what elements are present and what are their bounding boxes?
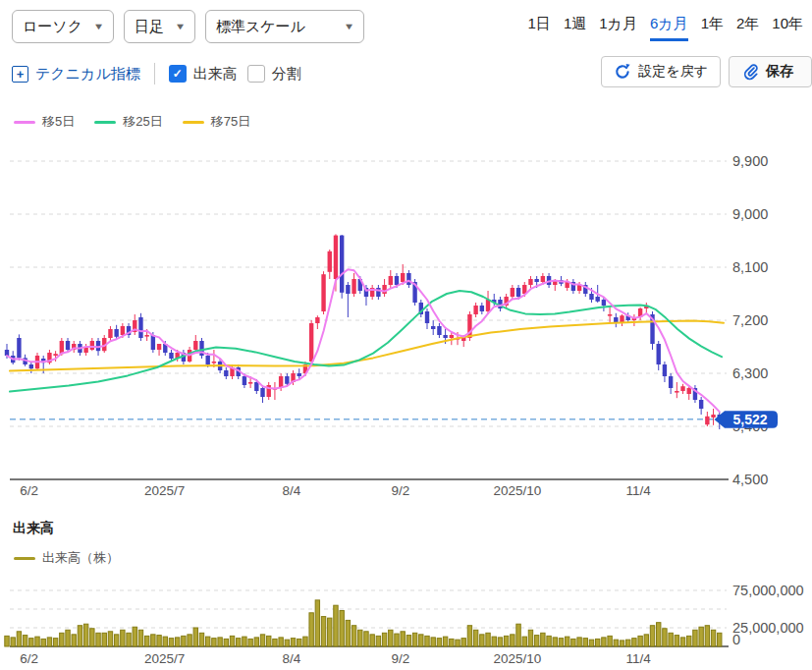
volume-bar <box>412 633 416 646</box>
tab-period-1年[interactable]: 1年 <box>701 15 724 41</box>
tab-period-1カ月[interactable]: 1カ月 <box>599 15 637 41</box>
volume-bar <box>395 634 399 646</box>
divider <box>154 63 155 84</box>
volume-bar <box>90 629 94 646</box>
volume-bar <box>456 640 460 646</box>
candle-body <box>450 335 454 338</box>
candle-body <box>534 279 538 282</box>
volume-bar <box>47 638 51 646</box>
candle-body <box>473 306 477 314</box>
tab-period-1日[interactable]: 1日 <box>528 15 551 41</box>
x-tick-label: 2025/7 <box>144 651 185 666</box>
tab-period-2年[interactable]: 2年 <box>736 15 759 41</box>
candle-body <box>602 300 606 306</box>
reset-settings-button[interactable]: 設定を戻す <box>601 56 721 87</box>
candle-body <box>657 344 661 364</box>
paperclip-icon <box>741 63 759 81</box>
candle-series <box>5 234 722 429</box>
volume-bar <box>473 630 477 646</box>
volume-bar <box>205 637 209 646</box>
y-tick-label: 9,000 <box>732 206 768 222</box>
technical-indicator-button[interactable]: + テクニカル指標 <box>12 65 140 84</box>
checkbox-checked-icon: ✓ <box>169 65 187 83</box>
volume-bar <box>35 637 39 646</box>
volume-bar <box>66 630 70 646</box>
volume-legend-dash <box>14 557 35 560</box>
candle-body <box>254 382 258 391</box>
volume-bar <box>498 638 502 646</box>
volume-bar <box>602 638 606 646</box>
candle-body <box>382 285 386 294</box>
candle-body <box>480 306 484 311</box>
ma25-line <box>10 291 722 392</box>
y-tick-label: 6,300 <box>732 365 768 381</box>
volume-bar <box>175 638 179 646</box>
candle-body <box>528 279 532 285</box>
volume-bar <box>358 630 362 646</box>
x-tick-label: 8/4 <box>282 483 300 498</box>
candle-body <box>151 335 155 350</box>
save-button[interactable]: 保存 <box>729 56 812 87</box>
x-tick-label: 2025/10 <box>493 651 541 666</box>
y-tick-label: 4,500 <box>732 472 768 487</box>
volume-bar <box>364 632 368 646</box>
y-tick-label: 25,000,000 <box>732 620 804 636</box>
legend-dash-icon <box>94 121 116 124</box>
volume-bar <box>248 639 252 646</box>
volume-bar <box>267 636 271 646</box>
volume-bar <box>78 626 81 646</box>
legend-dash-icon <box>14 121 35 124</box>
volume-checkbox-label: 出来高 <box>193 65 238 84</box>
volume-bar <box>121 630 125 646</box>
volume-bar <box>541 633 545 646</box>
candle-body <box>406 273 410 285</box>
candle-body <box>705 417 709 424</box>
save-label: 保存 <box>766 63 793 81</box>
candle-body <box>511 288 514 297</box>
volume-bar <box>182 636 186 646</box>
candle-body <box>114 329 118 337</box>
volume-bar <box>193 628 197 646</box>
x-axis-labels: 6/22025/78/49/22025/1011/4 <box>20 651 651 666</box>
volume-bar <box>321 617 325 646</box>
candle-body <box>285 376 289 384</box>
chart-type-dropdown[interactable]: ローソク ▼ <box>12 10 114 43</box>
candle-body <box>352 279 355 294</box>
volume-bar <box>389 630 393 646</box>
volume-bar <box>693 630 697 646</box>
x-tick-label: 8/4 <box>282 651 300 666</box>
volume-bar <box>687 636 691 646</box>
split-checkbox[interactable]: 分割 <box>247 65 301 84</box>
candle-body <box>53 354 57 356</box>
volume-bar <box>237 639 241 646</box>
x-tick-label: 9/2 <box>391 651 409 666</box>
candle-body <box>595 297 599 302</box>
tab-period-6カ月[interactable]: 6カ月 <box>650 15 688 41</box>
volume-checkbox[interactable]: ✓ 出来高 <box>169 65 238 84</box>
volume-bar <box>243 637 246 646</box>
scale-dropdown[interactable]: 標準スケール ▼ <box>205 10 364 43</box>
volume-bar <box>632 639 636 646</box>
x-tick-label: 6/2 <box>20 651 38 666</box>
interval-dropdown[interactable]: 日足 ▼ <box>124 10 195 43</box>
plus-icon: + <box>12 66 28 83</box>
candle-body <box>608 314 612 316</box>
x-tick-label: 2025/10 <box>493 483 541 498</box>
volume-bar <box>528 630 532 646</box>
volume-bar <box>401 632 405 646</box>
volume-bar <box>419 635 423 646</box>
tab-period-1週[interactable]: 1週 <box>564 15 586 41</box>
volume-bar <box>72 635 76 646</box>
candle-body <box>669 376 673 388</box>
volume-bar <box>151 635 155 646</box>
volume-bar <box>437 639 441 646</box>
y-tick-label: 75,000,000 <box>732 583 804 598</box>
candle-body <box>437 326 441 335</box>
scale-value: 標準スケール <box>216 18 305 36</box>
tab-period-10年[interactable]: 10年 <box>772 15 803 41</box>
candle-body <box>328 251 332 272</box>
volume-bar <box>511 635 514 646</box>
legend-label: 移25日 <box>123 113 162 131</box>
candle-body <box>389 276 393 285</box>
y-axis-labels: 9,9009,0008,1007,2006,3005,4004,500 <box>732 153 768 487</box>
